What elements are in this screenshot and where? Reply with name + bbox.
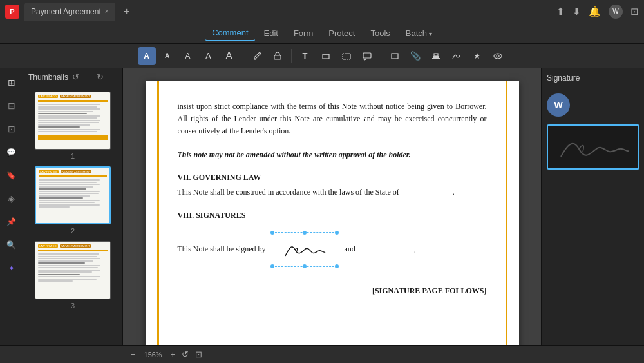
sig-handle-br[interactable] bbox=[335, 264, 339, 268]
callout-btn[interactable] bbox=[358, 47, 376, 65]
thumbnail-page-3-num: 3 bbox=[71, 302, 75, 309]
right-panel-header: Signature bbox=[542, 68, 644, 88]
toolbar: A A A A A T � bbox=[0, 44, 644, 68]
thumbnail-page-1[interactable]: LAW FIRM CO PAYMENT AGREEMENT bbox=[28, 92, 117, 160]
signature-preview-box[interactable] bbox=[547, 124, 639, 170]
sidebar-grid-icon[interactable]: ⊟ bbox=[3, 97, 21, 115]
thumbnails-rotate-right-icon[interactable]: ↻ bbox=[97, 72, 117, 82]
pen-tool-btn[interactable] bbox=[248, 47, 266, 65]
menu-batch[interactable]: Batch bbox=[399, 26, 439, 41]
menu-tools[interactable]: Tools bbox=[364, 26, 396, 41]
sidebar-pin-icon[interactable]: 📌 bbox=[3, 213, 21, 231]
sig-handle-tr[interactable] bbox=[335, 231, 339, 235]
document-area: insist upon strict compliance with the t… bbox=[123, 68, 541, 345]
menu-protect[interactable]: Protect bbox=[322, 26, 361, 41]
signature-block: This Note shall be signed by and . bbox=[178, 232, 487, 267]
thumbnails-rotate-left-icon[interactable]: ↺ bbox=[72, 72, 93, 82]
thumbnail-page-2[interactable]: LAW FIRM CO PAYMENT AGREEMENT bbox=[28, 166, 117, 235]
sep3 bbox=[381, 49, 381, 63]
thumbnails-scroll: LAW FIRM CO PAYMENT AGREEMENT bbox=[23, 86, 122, 345]
svg-rect-5 bbox=[392, 54, 398, 59]
text-tool-btn[interactable]: T bbox=[296, 47, 314, 65]
zoom-level: 156% bbox=[140, 351, 166, 358]
text-size-a1-btn[interactable]: A bbox=[158, 47, 176, 65]
star-tool-btn[interactable]: ★ bbox=[468, 47, 486, 65]
attach-file-btn[interactable]: 📎 bbox=[406, 47, 424, 65]
avatar[interactable]: W bbox=[609, 5, 623, 19]
sidebar-ai-icon[interactable]: ✦ bbox=[3, 259, 21, 277]
sidebar-layers-icon[interactable]: ⊡ bbox=[3, 120, 21, 138]
svg-rect-3 bbox=[343, 54, 350, 59]
zoom-fit-btn[interactable]: ⊡ bbox=[193, 349, 204, 359]
section8-and-text: and bbox=[344, 243, 355, 255]
svg-point-10 bbox=[497, 55, 499, 57]
doc-right-border bbox=[506, 81, 507, 345]
app-icon: P bbox=[5, 5, 19, 19]
sidebar-comment-icon[interactable]: 💬 bbox=[3, 143, 21, 161]
sig-page-follows-text: [SIGNATURE PAGE FOLLOWS] bbox=[178, 286, 487, 296]
rect-select-btn[interactable] bbox=[317, 47, 335, 65]
window-maximize-icon[interactable]: ⊡ bbox=[630, 6, 639, 17]
thumbnails-panel: Thumbnails ↺ ↻ LAW FIRM CO PAYMENT AGREE… bbox=[23, 68, 123, 345]
sidebar-bookmark-icon[interactable]: 🔖 bbox=[3, 166, 21, 184]
section8-text1: This Note shall be signed by bbox=[178, 243, 266, 255]
sep2 bbox=[291, 49, 292, 63]
sig-handle-tc[interactable] bbox=[303, 231, 307, 235]
section7-title: VII. GOVERNING LAW bbox=[178, 173, 487, 182]
text-size-a2-btn[interactable]: A bbox=[179, 47, 197, 65]
thumbnails-header: Thumbnails ↺ ↻ bbox=[23, 68, 122, 86]
thumbnails-title: Thumbnails bbox=[28, 73, 68, 82]
left-sidebar: ⊞ ⊟ ⊡ 💬 🔖 ◈ 📌 🔍 ✦ bbox=[0, 68, 23, 345]
highlight-tool-btn[interactable]: A bbox=[138, 47, 156, 65]
svg-point-9 bbox=[494, 54, 502, 59]
doc-body-text-1: insist upon strict compliance with the t… bbox=[178, 101, 487, 138]
share-icon[interactable]: ⬆ bbox=[556, 6, 565, 17]
svg-rect-4 bbox=[363, 53, 371, 58]
doc-italic-bold-text: This note may not be amended without the… bbox=[178, 150, 411, 159]
signature-tool-btn[interactable] bbox=[448, 47, 466, 65]
document-page: insist upon strict compliance with the t… bbox=[146, 81, 519, 345]
document-tab[interactable]: Payment Agreement × bbox=[24, 3, 115, 21]
signature-preview-svg bbox=[554, 131, 632, 163]
top-bar-right: ⬆ ⬇ 🔔 W ⊡ bbox=[556, 5, 639, 19]
menu-form[interactable]: Form bbox=[287, 26, 319, 41]
bell-icon[interactable]: 🔔 bbox=[589, 6, 601, 17]
sidebar-search-icon[interactable]: 🔍 bbox=[3, 236, 21, 254]
zoom-reset-btn[interactable]: ↺ bbox=[180, 349, 191, 359]
zoom-bar: − 156% + ↺ ⊡ bbox=[0, 345, 644, 363]
eye-tool-btn[interactable] bbox=[489, 47, 507, 65]
doc-left-border bbox=[157, 81, 159, 345]
shape-rect-btn[interactable] bbox=[386, 47, 404, 65]
thumbnail-frame-2: LAW FIRM CO PAYMENT AGREEMENT bbox=[35, 166, 111, 224]
section8-title: VIII. SIGNATURES bbox=[178, 211, 487, 221]
signature-image-container[interactable] bbox=[272, 232, 337, 267]
main-content: ⊞ ⊟ ⊡ 💬 🔖 ◈ 📌 🔍 ✦ Thumbnails ↺ ↻ LAW FIR… bbox=[0, 68, 644, 345]
stamp-tool-btn[interactable] bbox=[427, 47, 445, 65]
sig-handle-bc[interactable] bbox=[303, 264, 307, 268]
eraser-tool-btn[interactable] bbox=[269, 47, 287, 65]
doc-italic-bold: This note may not be amended without the… bbox=[178, 148, 487, 161]
download-icon[interactable]: ⬇ bbox=[573, 6, 581, 17]
sig-handle-bl[interactable] bbox=[270, 264, 274, 268]
sig-avatar: W bbox=[547, 93, 570, 117]
zoom-out-btn[interactable]: − bbox=[129, 349, 138, 359]
menu-edit[interactable]: Edit bbox=[258, 26, 285, 41]
right-panel: Signature W bbox=[541, 68, 644, 345]
thumbnail-page-3[interactable]: LAW FIRM CO PAYMENT AGREEMENT bbox=[28, 241, 117, 309]
text-size-a4-btn[interactable]: A bbox=[220, 47, 238, 65]
text-size-a3-btn[interactable]: A bbox=[200, 47, 218, 65]
tab-close-btn[interactable]: × bbox=[105, 8, 109, 15]
new-tab-btn[interactable]: + bbox=[120, 5, 133, 18]
sidebar-shape-icon[interactable]: ◈ bbox=[3, 190, 21, 208]
menu-comment[interactable]: Comment bbox=[205, 25, 254, 41]
text-box-btn[interactable] bbox=[337, 47, 355, 65]
sig-handle-tl[interactable] bbox=[270, 231, 274, 235]
sidebar-thumbnails-icon[interactable]: ⊞ bbox=[3, 74, 21, 92]
section7-text: This Note shall be construed in accordan… bbox=[178, 186, 487, 199]
svg-rect-1 bbox=[323, 54, 329, 59]
thumbnail-frame-1: LAW FIRM CO PAYMENT AGREEMENT bbox=[35, 92, 111, 150]
svg-rect-0 bbox=[274, 55, 281, 59]
zoom-in-btn[interactable]: + bbox=[169, 349, 178, 359]
second-sig-blank bbox=[362, 243, 407, 255]
menu-bar: Comment Edit Form Protect Tools Batch bbox=[0, 23, 644, 44]
